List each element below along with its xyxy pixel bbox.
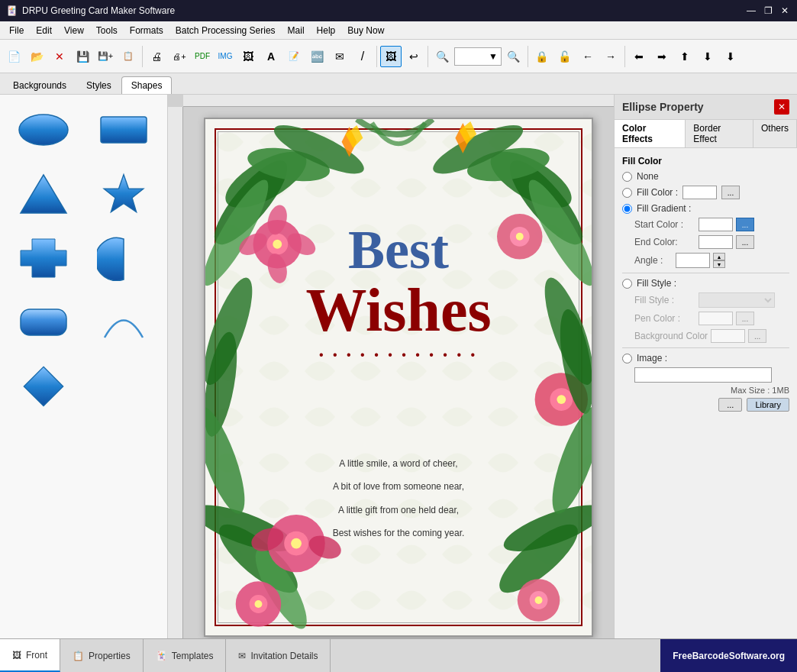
zoom-box[interactable]: 125% ▼ <box>454 47 502 66</box>
tb-print2[interactable]: 🖨+ <box>169 46 190 67</box>
shape-ellipse[interactable] <box>6 101 81 159</box>
menu-view[interactable]: View <box>58 24 90 37</box>
zoom-dropdown-icon[interactable]: ▼ <box>489 51 498 62</box>
menu-mail[interactable]: Mail <box>282 24 311 37</box>
tb-zoom-in[interactable]: 🔍 <box>431 46 453 67</box>
radio-fill-color[interactable] <box>622 188 632 198</box>
menu-edit[interactable]: Edit <box>30 24 58 37</box>
radio-none[interactable] <box>622 172 632 182</box>
canvas-area[interactable]: Best Wishes • • • • • • • • • • • • A li… <box>168 95 614 638</box>
bottomtab-front[interactable]: 🖼 Front <box>0 639 60 672</box>
tb-down[interactable]: ⬇ <box>697 46 718 67</box>
end-color-swatch[interactable] <box>699 235 733 249</box>
tb-print[interactable]: 🖨 <box>146 46 167 67</box>
prop-tab-border-effect[interactable]: Border Effect <box>686 120 753 147</box>
shape-diamond[interactable] <box>6 357 81 415</box>
tb-symbol[interactable]: 🔤 <box>306 46 328 67</box>
image-library-button[interactable]: Library <box>747 398 789 412</box>
tb-down2[interactable]: ⬇ <box>720 46 741 67</box>
menu-file[interactable]: File <box>3 24 30 37</box>
tb-save[interactable]: 💾 <box>72 46 93 67</box>
bg-color-browse-button: ... <box>748 329 766 343</box>
shape-curve[interactable] <box>87 293 162 351</box>
card-inner: Best Wishes • • • • • • • • • • • • A li… <box>205 119 592 635</box>
tb-left[interactable]: ⬅ <box>628 46 650 67</box>
tb-zoom-out[interactable]: 🔍 <box>503 46 524 67</box>
tb-up[interactable]: ⬆ <box>674 46 695 67</box>
svg-rect-4 <box>21 309 66 335</box>
tb-close[interactable]: ✕ <box>49 46 70 67</box>
minimize-button[interactable]: — <box>745 5 757 17</box>
max-size-label: Max Size : 1MB <box>622 386 789 395</box>
title-controls[interactable]: — ❐ ✕ <box>745 5 791 17</box>
tb-open[interactable]: 📂 <box>26 46 47 67</box>
tb-image-active[interactable]: 🖼 <box>380 46 402 67</box>
shape-cross[interactable] <box>6 229 81 287</box>
tb-unlock[interactable]: 🔓 <box>554 46 576 67</box>
shape-rounded-rect[interactable] <box>6 293 81 351</box>
tb-img[interactable]: IMG <box>215 46 236 67</box>
radio-image[interactable] <box>622 354 632 363</box>
invitation-icon: ✉ <box>238 651 246 661</box>
start-color-browse-button[interactable]: ... <box>736 218 754 231</box>
label-image: Image : <box>637 353 667 363</box>
menu-help[interactable]: Help <box>311 24 342 37</box>
radio-fill-style[interactable] <box>622 279 632 289</box>
angle-input[interactable]: 0 <box>676 253 710 268</box>
tb-add-img[interactable]: 🖼 <box>237 46 259 67</box>
tb-right[interactable]: ➡ <box>651 46 673 67</box>
radio-fill-gradient[interactable] <box>622 204 632 214</box>
tb-new[interactable]: 📄 <box>3 46 24 67</box>
maximize-button[interactable]: ❐ <box>762 5 774 17</box>
zoom-input[interactable]: 125% <box>458 51 489 62</box>
close-button[interactable]: ✕ <box>779 5 791 17</box>
bottomtab-templates[interactable]: 🃏 Templates <box>144 639 227 672</box>
image-browse-button[interactable]: ... <box>718 398 742 412</box>
tb-textbox[interactable]: 📝 <box>283 46 305 67</box>
ruler-left <box>168 107 183 638</box>
tb-save2[interactable]: 💾+ <box>95 46 116 67</box>
tb-rotate[interactable]: ↩ <box>403 46 424 67</box>
main-area: Best Wishes • • • • • • • • • • • • A li… <box>0 95 797 638</box>
fill-color-browse-button[interactable]: ... <box>721 186 740 199</box>
angle-up-button[interactable]: ▲ <box>713 253 725 260</box>
tab-backgrounds[interactable]: Backgrounds <box>3 76 76 94</box>
ruler-top <box>183 95 614 107</box>
shape-pacman[interactable] <box>87 229 162 287</box>
tb-pdf[interactable]: PDF <box>192 46 213 67</box>
end-color-browse-button[interactable]: ... <box>736 235 754 249</box>
image-path-input[interactable] <box>634 367 772 383</box>
radio-row-fill-color: Fill Color : ... <box>622 186 789 199</box>
prop-tab-color-effects[interactable]: Color Effects <box>615 120 686 147</box>
fill-color-swatch[interactable] <box>682 186 717 199</box>
bottomtab-properties[interactable]: 📋 Properties <box>60 639 144 672</box>
label-fill-color: Fill Color : <box>637 187 678 198</box>
menu-formats[interactable]: Formats <box>124 24 169 37</box>
tab-shapes[interactable]: Shapes <box>121 76 173 94</box>
menu-batch[interactable]: Batch Processing Series <box>169 24 282 37</box>
tb-saveas[interactable]: 📋 <box>118 46 139 67</box>
label-none: None <box>637 171 659 182</box>
menu-buynow[interactable]: Buy Now <box>341 24 390 37</box>
prop-close-button[interactable]: ✕ <box>774 99 789 115</box>
tb-lock[interactable]: 🔒 <box>531 46 553 67</box>
title-left: 🃏 DRPU Greeting Card Maker Software <box>6 5 175 16</box>
shape-triangle[interactable] <box>6 165 81 223</box>
tab-styles[interactable]: Styles <box>76 76 121 94</box>
menu-tools[interactable]: Tools <box>90 24 124 37</box>
prop-tab-others[interactable]: Others <box>753 120 797 147</box>
bottombar: 🖼 Front 📋 Properties 🃏 Templates ✉ Invit… <box>0 638 797 672</box>
bottomtab-invitation[interactable]: ✉ Invitation Details <box>226 639 331 672</box>
shape-star[interactable] <box>87 165 162 223</box>
separator1 <box>142 46 143 67</box>
greeting-card[interactable]: Best Wishes • • • • • • • • • • • • A li… <box>204 118 593 637</box>
tb-back[interactable]: ← <box>577 46 599 67</box>
tb-email[interactable]: ✉ <box>329 46 350 67</box>
tb-text[interactable]: A <box>260 46 282 67</box>
shape-rectangle[interactable] <box>87 101 162 159</box>
tb-line[interactable]: / <box>352 46 373 67</box>
tb-forward[interactable]: → <box>600 46 621 67</box>
angle-down-button[interactable]: ▼ <box>713 260 725 268</box>
start-color-swatch[interactable] <box>699 218 733 231</box>
shape-panel <box>0 95 168 638</box>
